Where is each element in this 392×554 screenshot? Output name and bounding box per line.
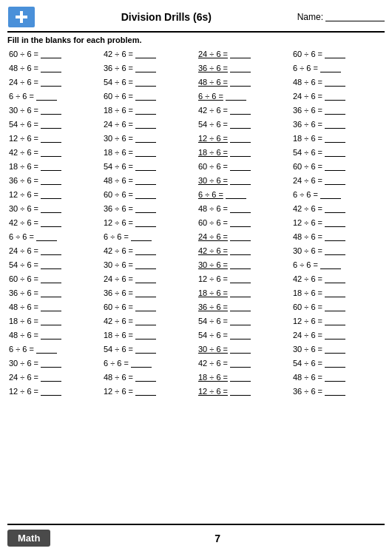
problem-cell: 60 ÷ 6 = (102, 300, 195, 314)
problem-text: 60 ÷ 6 = (9, 274, 38, 283)
problem-cell: 60 ÷ 6 = (102, 89, 195, 103)
problem-cell: 30 ÷ 6 = (291, 244, 385, 257)
answer-line (230, 331, 251, 340)
problem-text: 24 ÷ 6 = (104, 120, 133, 129)
problem-text: 48 ÷ 6 = (293, 232, 322, 241)
answer-line (325, 92, 345, 101)
answer-line (41, 106, 61, 115)
problem-cell: 24 ÷ 6 = (197, 47, 290, 61)
problem-cell: 30 ÷ 6 = (7, 202, 101, 215)
problem-text: 54 ÷ 6 = (293, 359, 322, 368)
answer-line (325, 50, 345, 58)
answer-line (325, 317, 345, 325)
problem-cell: 42 ÷ 6 = (102, 244, 195, 257)
problem-cell: 24 ÷ 6 = (7, 244, 101, 257)
problem-cell: 48 ÷ 6 = (7, 61, 101, 75)
problem-cell: 42 ÷ 6 = (291, 272, 385, 286)
answer-line (41, 120, 61, 129)
problem-text: 54 ÷ 6 = (104, 162, 133, 171)
page: Division Drills (6s) Name: Fill in the b… (0, 0, 392, 554)
problem-text: 60 ÷ 6 = (293, 50, 322, 58)
problem-text: 42 ÷ 6 = (198, 246, 228, 255)
problem-cell: 60 ÷ 6 = (197, 160, 290, 173)
svg-rect-2 (16, 16, 27, 18)
answer-line (325, 218, 345, 227)
problem-cell: 12 ÷ 6 = (102, 216, 195, 229)
answer-line (41, 274, 61, 283)
problem-text: 30 ÷ 6 = (293, 246, 322, 255)
answer-line (135, 50, 156, 58)
answer-line (230, 120, 251, 129)
problem-text: 12 ÷ 6 = (9, 134, 38, 143)
problem-cell: 36 ÷ 6 = (291, 104, 385, 117)
problem-cell: 42 ÷ 6 = (197, 244, 290, 257)
problem-cell: 18 ÷ 6 = (102, 104, 195, 117)
problem-text: 48 ÷ 6 = (293, 78, 322, 87)
problem-text: 24 ÷ 6 = (9, 78, 38, 87)
problem-cell: 48 ÷ 6 = (291, 230, 385, 243)
problem-text: 30 ÷ 6 = (9, 204, 38, 213)
problem-text: 24 ÷ 6 = (9, 246, 38, 255)
answer-line (135, 317, 156, 325)
problem-text: 36 ÷ 6 = (104, 288, 133, 297)
problem-text: 30 ÷ 6 = (9, 106, 38, 115)
problem-text: 48 ÷ 6 = (198, 204, 228, 213)
problem-text: 18 ÷ 6 = (198, 288, 228, 297)
answer-line (230, 260, 251, 269)
problem-text: 48 ÷ 6 = (293, 373, 322, 382)
answer-line (41, 78, 61, 87)
answer-line (135, 288, 156, 297)
problem-text: 36 ÷ 6 = (198, 303, 228, 311)
problem-text: 24 ÷ 6 = (198, 50, 228, 58)
problem-cell: 60 ÷ 6 = (102, 188, 195, 201)
problem-cell: 12 ÷ 6 = (197, 272, 290, 286)
math-badge: Math (7, 530, 50, 547)
problem-text: 42 ÷ 6 = (198, 359, 228, 368)
page-number: 7 (50, 533, 385, 544)
problem-cell: 54 ÷ 6 = (291, 357, 385, 370)
problem-text: 48 ÷ 6 = (9, 331, 38, 340)
logo-icon (7, 6, 36, 28)
answer-line (41, 288, 61, 297)
problem-text: 18 ÷ 6 = (293, 134, 322, 143)
answer-line (135, 134, 156, 143)
problem-cell: 24 ÷ 6 = (102, 118, 195, 131)
problem-cell: 6 ÷ 6 = (102, 230, 195, 243)
answer-line (325, 232, 345, 241)
problem-cell: 30 ÷ 6 = (197, 258, 290, 271)
problem-text: 42 ÷ 6 = (198, 106, 228, 115)
problem-text: 18 ÷ 6 = (293, 288, 322, 297)
problem-text: 12 ÷ 6 = (9, 190, 38, 199)
answer-line (325, 288, 345, 297)
problem-text: 36 ÷ 6 = (293, 106, 322, 115)
problem-cell: 36 ÷ 6 = (102, 202, 195, 215)
problem-cell: 6 ÷ 6 = (291, 61, 385, 75)
problem-cell: 6 ÷ 6 = (197, 188, 290, 201)
answer-line (41, 260, 61, 269)
problem-text: 36 ÷ 6 = (293, 387, 322, 396)
problem-cell: 30 ÷ 6 = (7, 357, 101, 370)
problem-text: 48 ÷ 6 = (9, 64, 38, 72)
problem-text: 30 ÷ 6 = (104, 134, 133, 143)
answer-line (226, 190, 246, 199)
answer-line (41, 317, 61, 325)
problem-cell: 60 ÷ 6 = (7, 47, 101, 61)
answer-line (135, 148, 156, 157)
problem-cell: 54 ÷ 6 = (7, 258, 101, 271)
problem-cell: 12 ÷ 6 = (7, 385, 101, 398)
problem-text: 24 ÷ 6 = (293, 176, 322, 185)
answer-line (131, 232, 152, 241)
answer-line (36, 92, 57, 101)
answer-line (135, 106, 156, 115)
problem-text: 60 ÷ 6 = (104, 303, 133, 311)
problem-text: 36 ÷ 6 = (9, 288, 38, 297)
answer-line (230, 148, 251, 157)
answer-line (41, 162, 61, 171)
problem-cell: 54 ÷ 6 = (197, 328, 290, 342)
problem-cell: 54 ÷ 6 = (197, 118, 290, 131)
problem-cell: 54 ÷ 6 = (7, 118, 101, 131)
answer-line (135, 246, 156, 255)
problem-text: 6 ÷ 6 = (104, 359, 129, 368)
problem-text: 54 ÷ 6 = (104, 345, 133, 354)
problem-cell: 54 ÷ 6 = (102, 75, 195, 89)
